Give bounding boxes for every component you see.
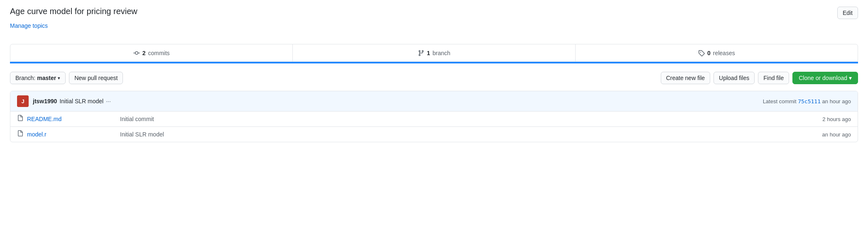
commit-time: an hour ago	[822, 98, 851, 104]
branches-stat[interactable]: 1 branch	[293, 44, 575, 61]
releases-count: 0	[707, 50, 711, 56]
clone-chevron-icon: ▾	[849, 75, 852, 81]
create-new-file-button[interactable]: Create new file	[661, 72, 710, 84]
clone-label: Clone or download	[799, 75, 847, 81]
commits-label: commits	[148, 50, 170, 56]
branches-count: 1	[427, 50, 430, 56]
svg-text:J: J	[21, 98, 24, 104]
file-time-model: an hour ago	[801, 131, 851, 138]
latest-commit-label: Latest commit	[763, 98, 797, 104]
branch-selector[interactable]: Branch: master ▾	[10, 72, 66, 84]
progress-bar	[10, 62, 858, 63]
file-commit-msg-readme: Initial commit	[120, 116, 798, 122]
find-file-button[interactable]: Find file	[758, 72, 789, 84]
branch-icon	[418, 49, 424, 56]
upload-files-button[interactable]: Upload files	[714, 72, 755, 84]
commits-count: 2	[142, 50, 146, 56]
branch-label: Branch:	[15, 75, 35, 81]
chevron-down-icon: ▾	[58, 75, 60, 81]
new-pull-request-button[interactable]: New pull request	[69, 72, 123, 84]
commit-hash[interactable]: 75c5111	[798, 98, 821, 104]
repo-title: Age curve model for pricing review	[10, 7, 137, 16]
file-name-model[interactable]: model.r	[27, 131, 110, 138]
files-table: J jtsw1990 Initial SLR model ··· Latest …	[10, 91, 858, 142]
commit-header-row: J jtsw1990 Initial SLR model ··· Latest …	[10, 91, 858, 112]
releases-stat[interactable]: 0 releases	[576, 44, 858, 61]
commit-author[interactable]: jtsw1990	[33, 98, 57, 104]
avatar: J	[17, 95, 29, 107]
edit-button[interactable]: Edit	[837, 7, 858, 19]
file-name-readme[interactable]: README.md	[27, 116, 110, 122]
repo-header: Age curve model for pricing review Edit	[10, 7, 858, 19]
file-icon	[17, 115, 24, 123]
stats-bar: 2 commits 1 branch 0 releases	[10, 44, 858, 62]
file-commit-msg-model: Initial SLR model	[120, 131, 798, 138]
file-time-readme: 2 hours ago	[801, 116, 851, 122]
clone-or-download-button[interactable]: Clone or download ▾	[792, 72, 858, 84]
commit-meta: Latest commit 75c5111 an hour ago	[763, 98, 851, 104]
commit-options-button[interactable]: ···	[106, 98, 111, 104]
toolbar-left: Branch: master ▾ New pull request	[10, 72, 123, 84]
releases-label: releases	[713, 50, 735, 56]
tag-icon	[698, 49, 705, 56]
manage-topics-link[interactable]: Manage topics	[10, 22, 48, 29]
file-icon	[17, 130, 24, 139]
commit-message: Initial SLR model	[59, 98, 103, 104]
commit-icon	[133, 49, 140, 56]
table-row: model.r Initial SLR model an hour ago	[10, 127, 858, 142]
toolbar-right: Create new file Upload files Find file C…	[661, 72, 858, 84]
branch-name: master	[37, 75, 56, 81]
commit-info: jtsw1990 Initial SLR model ···	[33, 98, 759, 104]
commits-stat[interactable]: 2 commits	[10, 44, 293, 61]
branches-label: branch	[432, 50, 450, 56]
table-row: README.md Initial commit 2 hours ago	[10, 112, 858, 127]
toolbar: Branch: master ▾ New pull request Create…	[10, 68, 858, 87]
